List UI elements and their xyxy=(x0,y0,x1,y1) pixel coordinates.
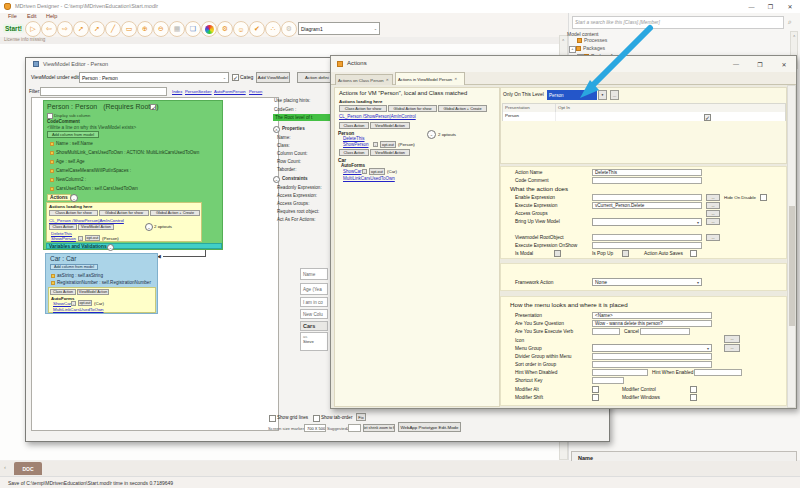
vm-column[interactable]: Name : self.Name xyxy=(56,141,93,146)
menu-file[interactable]: File xyxy=(8,13,17,19)
access-groups-more-button[interactable]: ... xyxy=(706,210,720,217)
add-column-button[interactable]: Add column from model xyxy=(47,131,99,138)
actions-tag[interactable]: Actions xyxy=(47,194,71,201)
more-button[interactable]: . xyxy=(362,169,367,174)
more-button[interactable]: . xyxy=(71,301,76,306)
divider-group-input[interactable] xyxy=(592,353,712,360)
cl-person-link[interactable]: CL_Person /ShowPerson|AmInControl xyxy=(339,114,416,119)
class-action-button[interactable]: Class Action xyxy=(339,149,369,156)
deletethis-link[interactable]: DeleteThis xyxy=(343,136,365,141)
gears-icon[interactable]: ⚙ xyxy=(217,21,233,37)
auto-saves-checkbox[interactable] xyxy=(690,250,697,257)
hint-properties[interactable]: Properties xyxy=(282,126,305,131)
hide-on-disable-checkbox[interactable] xyxy=(760,194,767,201)
execute-expression-input[interactable]: vCurrent_Person.Delete xyxy=(592,202,702,209)
zoom-in-icon[interactable]: ⊕ xyxy=(137,21,153,37)
presentation-input[interactable]: <Name> xyxy=(592,312,712,319)
minimize-button[interactable]: — xyxy=(742,0,761,13)
showcar-link[interactable]: ShowCar xyxy=(343,169,362,174)
filter-input[interactable] xyxy=(40,87,167,96)
optouts-chevron-icon[interactable]: ⌄ xyxy=(145,223,153,231)
shortcut-key-input[interactable] xyxy=(592,377,624,384)
requires-root-checkbox[interactable] xyxy=(150,104,156,110)
enable-expression-more-button[interactable]: ... xyxy=(706,194,720,201)
vm-column[interactable]: NewColumn2 : xyxy=(56,177,86,182)
modifier-alt-checkbox[interactable] xyxy=(592,386,599,393)
section-chevron-icon[interactable]: ˄ xyxy=(273,126,280,133)
show-grid-lines-checkbox[interactable] xyxy=(269,415,276,422)
vm-column[interactable]: CamelCaseMeansIWillPutInSpaces : xyxy=(56,168,131,173)
class-action-button[interactable]: Class Action xyxy=(339,122,369,129)
code-comment-input[interactable] xyxy=(592,177,702,184)
start-button[interactable]: Start! xyxy=(3,24,24,33)
tab-doc[interactable]: DOC xyxy=(14,462,42,475)
bring-up-more-button[interactable]: ... xyxy=(706,218,720,225)
dialog-vscrollbar[interactable] xyxy=(787,85,796,408)
modifier-control-checkbox[interactable] xyxy=(690,386,697,393)
global-action-create-button[interactable]: Global Action + Create xyxy=(150,210,200,216)
close-button[interactable]: ✕ xyxy=(780,0,800,13)
vm-link-personseeker[interactable]: PersonSeeker xyxy=(185,89,212,94)
run-play-icon[interactable]: ▷ xyxy=(25,21,41,37)
viewmodel-action-button[interactable]: ViewModel Action xyxy=(370,122,410,129)
maximize-button[interactable]: ❐ xyxy=(761,0,780,13)
color-wheel-icon[interactable] xyxy=(201,21,217,37)
action-name-input[interactable]: DeleteThis xyxy=(592,169,702,176)
hint-root-level-selected[interactable]: The Root level of t xyxy=(273,114,337,121)
enable-expression-input[interactable] xyxy=(592,194,702,201)
viewmodel-under-edit-select[interactable]: Person : Person ⌄ xyxy=(79,72,229,83)
grid-header-optin[interactable]: Opt In xyxy=(558,105,570,110)
showperson-link[interactable]: ShowPerson xyxy=(51,236,76,241)
ays-question-input[interactable]: Wow - wanna delete this person? xyxy=(592,320,712,327)
graph-nodes-icon[interactable]: ∴ xyxy=(265,21,281,37)
copy-diagram-icon[interactable]: ❏ xyxy=(185,21,201,37)
viewmodel-action-button[interactable]: ViewModel Action xyxy=(78,224,114,230)
tab-scroll-left-icon[interactable]: ‹ xyxy=(4,464,6,470)
show-tab-order-checkbox[interactable] xyxy=(313,415,320,422)
vm-column[interactable]: ShowMultiLink_CarsUsedToOwn : ACTION: Mu… xyxy=(56,150,199,155)
opt-out-button[interactable]: opt-out xyxy=(78,300,92,306)
ays-verb-input[interactable] xyxy=(592,328,620,335)
vm-column[interactable]: Age : self.Age xyxy=(56,159,85,164)
fix-button[interactable]: Fix xyxy=(356,413,366,421)
menu-help[interactable]: Help xyxy=(46,13,57,19)
class-action-button[interactable]: Class Action xyxy=(50,289,76,295)
framework-action-select[interactable]: None ▾ xyxy=(592,278,702,286)
add-viewmodel-button[interactable]: Add ViewModel xyxy=(256,72,290,83)
vm-column[interactable]: asString : self.asString xyxy=(57,273,103,278)
pointer-arrow-icon[interactable]: ➚ xyxy=(73,21,89,37)
hint-constraints[interactable]: Constraints xyxy=(282,176,308,181)
person-viewmodel-box[interactable]: Person : Person (Requires Root) Display … xyxy=(43,100,223,250)
categ-checkbox[interactable] xyxy=(232,74,239,81)
menu-group-select[interactable]: ▾ xyxy=(592,344,712,352)
modifier-windows-checkbox[interactable] xyxy=(690,394,697,401)
level-dropdown-button[interactable]: ▾ xyxy=(598,90,607,100)
showperson-link[interactable]: ShowPerson xyxy=(343,142,369,147)
viewmodel-action-button[interactable]: ViewModel Action xyxy=(77,289,109,295)
optouts-chevron-icon[interactable]: ⌄ xyxy=(427,130,436,139)
search-icon[interactable]: ⌕ xyxy=(788,18,792,26)
nav-forward-icon[interactable]: ⇨ xyxy=(57,21,73,37)
menu-group-more-button[interactable]: ... xyxy=(724,344,740,352)
hint-enabled-input[interactable] xyxy=(694,369,742,376)
more-button[interactable]: . xyxy=(373,142,378,147)
tab-close-icon[interactable]: ✕ xyxy=(386,78,389,82)
bring-up-viewmodel-select[interactable]: ▾ xyxy=(592,218,702,226)
model-search-input[interactable]: Start a search like this [Class].[Member… xyxy=(572,16,784,29)
vm-link-index[interactable]: Index xyxy=(172,89,182,94)
viewmodel-rootobject-more-button[interactable]: ... xyxy=(706,234,720,241)
zoom-out-icon[interactable]: ⊖ xyxy=(153,21,169,37)
screen-size-value[interactable]: 700 X 500 xyxy=(304,424,326,432)
car-viewmodel-box[interactable]: Car : Car Add column from model asString… xyxy=(45,253,158,314)
modifier-shift-checkbox[interactable] xyxy=(592,394,599,401)
screen-presenter-icon[interactable]: ▭ xyxy=(121,21,137,37)
section-chevron-icon[interactable]: ⌄ xyxy=(273,176,280,183)
tab-close-icon[interactable]: ✕ xyxy=(454,77,457,81)
line-tool-icon[interactable]: ╱ xyxy=(105,21,121,37)
cl-person-link[interactable]: CL_Person /ShowPerson|AmInControl xyxy=(49,218,124,223)
vm-link-autoformperson[interactable]: AutoFormPerson xyxy=(214,89,246,94)
sort-order-input[interactable] xyxy=(592,361,712,368)
menu-edit[interactable]: Edit xyxy=(27,13,36,19)
more-button[interactable]: . xyxy=(78,236,83,241)
dialog-maximize-button[interactable]: ❐ xyxy=(748,56,772,72)
